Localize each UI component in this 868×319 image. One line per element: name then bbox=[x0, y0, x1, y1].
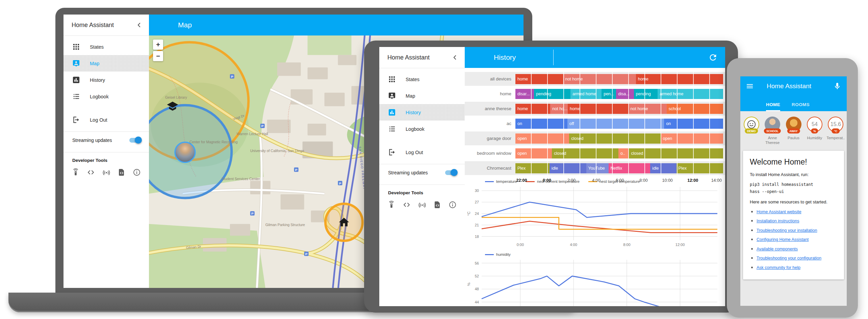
humidity-chart: humidity 444852560:004:008:0012:00% bbox=[465, 249, 725, 306]
history-timeline: all deviceshomenot homehomehomedisar...p… bbox=[465, 68, 725, 176]
series-temperature bbox=[482, 202, 717, 217]
file-code-button[interactable] bbox=[118, 168, 126, 176]
link-troubleshooting-your-configuration[interactable]: Troubleshooting your configuration bbox=[757, 256, 821, 261]
link-troubleshooting-your-installation[interactable]: Troubleshooting your installation bbox=[757, 228, 817, 233]
svg-text:P: P bbox=[295, 168, 298, 172]
avatar: SCHOOL bbox=[765, 117, 780, 132]
streaming-updates-toggle[interactable] bbox=[445, 170, 457, 175]
tablet-appbar: History bbox=[465, 47, 725, 68]
series-humidity bbox=[482, 276, 661, 306]
sidebar-item-map[interactable]: Map bbox=[379, 88, 465, 104]
state-bar: disar...pendingarmed homepen...disa...pe… bbox=[515, 89, 723, 99]
state-segment: armed home bbox=[570, 89, 602, 99]
state-bar: homenot ho...homenot homeschool bbox=[515, 104, 723, 114]
broadcast-button[interactable] bbox=[102, 168, 110, 176]
laptop-sidebar: Home AssistantStatesMapHistoryLogbookLog… bbox=[63, 15, 149, 288]
badge-temperat-[interactable]: 15.6°CTemperat.. bbox=[826, 117, 845, 145]
state-bar: PlexidleYouTubeNetflixidlePlex bbox=[515, 163, 723, 173]
state-bar: homenot homehome bbox=[515, 74, 723, 84]
link-configuring-home-assistant[interactable]: Configuring Home Assistant bbox=[757, 237, 809, 242]
account-location-icon bbox=[72, 59, 80, 67]
resource-list-item: Configuring Home Assistant bbox=[757, 236, 837, 242]
history-row-bedroom-window: bedroom windowopenclosedo..closed bbox=[465, 146, 725, 161]
phone-tabs: HOMEROOMS bbox=[740, 96, 847, 111]
tablet-sidebar: Home AssistantStatesMapHistoryLogbookLog… bbox=[379, 47, 465, 306]
state-segment: Plex bbox=[676, 163, 723, 173]
humidity-chart-plot: 444852560:004:008:0012:00% bbox=[466, 257, 723, 306]
map-label: Geisel Library bbox=[165, 96, 187, 99]
refresh-button[interactable] bbox=[708, 53, 718, 62]
code-tags-button[interactable] bbox=[87, 168, 95, 176]
link-available-components[interactable]: Available components bbox=[757, 247, 798, 251]
badge-pill: AWAY bbox=[787, 128, 800, 133]
resource-list-item: Home Assistant website bbox=[757, 208, 837, 215]
state-bar: onoffon bbox=[515, 119, 723, 129]
info-button[interactable] bbox=[449, 201, 457, 209]
sidebar-menu: StatesMapHistoryLogbookLog Out bbox=[379, 68, 465, 161]
state-segment: not ho... bbox=[550, 104, 568, 114]
badge-demo[interactable]: DEMO bbox=[742, 117, 761, 145]
badge-humidity[interactable]: 54%Humidity bbox=[805, 117, 824, 145]
state-segment: disar... bbox=[515, 89, 534, 99]
sidebar-item-states[interactable]: States bbox=[63, 39, 149, 55]
state-segment: Netflix bbox=[609, 163, 650, 173]
person-marker bbox=[175, 142, 195, 163]
sidebar-item-label: Log Out bbox=[406, 150, 423, 155]
state-segment: idle bbox=[650, 163, 676, 173]
state-segment: school bbox=[667, 104, 723, 114]
sidebar-item-map[interactable]: Map bbox=[63, 55, 149, 72]
streaming-updates-row: Streaming updates bbox=[63, 132, 149, 149]
link-installation-instructions[interactable]: Installation instructions bbox=[757, 219, 799, 223]
sidebar-item-logbook[interactable]: Logbook bbox=[63, 88, 149, 105]
collapse-sidebar-button[interactable] bbox=[135, 21, 143, 29]
laptop-appbar: Map bbox=[149, 15, 524, 35]
map-zoom-out-button[interactable]: − bbox=[153, 51, 163, 61]
remote-control-button[interactable] bbox=[72, 168, 80, 176]
tab-home[interactable]: HOME bbox=[766, 102, 780, 111]
state-segment: idle bbox=[550, 163, 586, 173]
phone-appbar: Home Assistant bbox=[740, 76, 847, 96]
link-home-assistant-website[interactable]: Home Assistant website bbox=[757, 210, 801, 214]
sidebar-item-states[interactable]: States bbox=[379, 71, 465, 88]
code-tags-button[interactable] bbox=[403, 201, 411, 209]
tablet-screen: Home AssistantStatesMapHistoryLogbookLog… bbox=[379, 47, 725, 306]
sidebar-item-log-out[interactable]: Log Out bbox=[379, 144, 465, 161]
svg-text:56: 56 bbox=[475, 261, 479, 265]
state-segment: pending bbox=[534, 89, 570, 99]
streaming-updates-toggle[interactable] bbox=[129, 138, 141, 143]
sidebar-item-history[interactable]: History bbox=[63, 72, 149, 88]
broadcast-button[interactable] bbox=[418, 201, 426, 209]
sidebar-item-logbook[interactable]: Logbook bbox=[379, 121, 465, 137]
sidebar-header: Home Assistant bbox=[379, 47, 465, 68]
collapse-sidebar-button[interactable] bbox=[451, 54, 459, 61]
badge-paulus[interactable]: AWAYPaulus bbox=[784, 117, 803, 145]
history-row-ac: aconoffon bbox=[465, 117, 725, 131]
remote-control-button[interactable] bbox=[387, 201, 395, 209]
entity-label: anne therese bbox=[465, 106, 515, 111]
svg-text:21: 21 bbox=[475, 223, 479, 227]
link-ask-community-for-help[interactable]: Ask community for help bbox=[757, 265, 800, 270]
list-icon bbox=[72, 93, 80, 100]
resource-list-item: Ask community for help bbox=[757, 264, 837, 270]
developer-tools-label: Developer Tools bbox=[379, 185, 465, 197]
sidebar-item-history[interactable]: History bbox=[379, 104, 465, 121]
sidebar-item-log-out[interactable]: Log Out bbox=[63, 112, 149, 128]
file-code-button[interactable] bbox=[433, 201, 441, 209]
svg-text:P: P bbox=[339, 181, 341, 185]
map-zoom-in-button[interactable]: + bbox=[153, 40, 163, 50]
badge-anne-therese[interactable]: SCHOOLAnne Therese bbox=[763, 117, 782, 145]
tab-rooms[interactable]: ROOMS bbox=[792, 102, 810, 111]
parking-icon: P bbox=[260, 124, 265, 128]
entity-label: garage door bbox=[465, 136, 515, 141]
refresh-icon bbox=[708, 53, 718, 62]
info-button[interactable] bbox=[133, 168, 141, 176]
svg-text:52: 52 bbox=[475, 274, 479, 278]
state-segment: home bbox=[515, 104, 550, 114]
history-row-garage-door: garage dooropenclosedopen bbox=[465, 131, 725, 146]
svg-text:%: % bbox=[467, 283, 471, 286]
svg-text:12:00: 12:00 bbox=[675, 243, 685, 247]
microphone-button[interactable] bbox=[833, 82, 841, 90]
menu-button[interactable] bbox=[746, 82, 754, 90]
legend-item: humidity bbox=[485, 252, 511, 256]
page-title: History bbox=[494, 53, 516, 62]
